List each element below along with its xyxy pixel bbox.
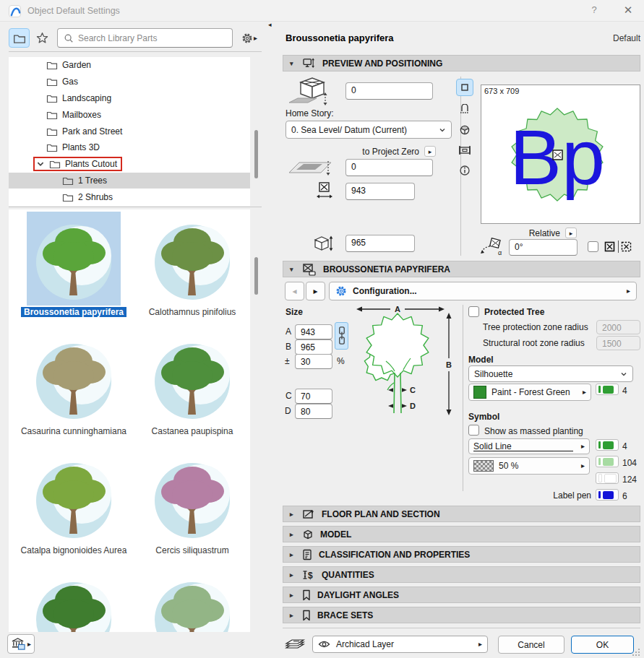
label-pen-chip[interactable] [596,489,619,501]
section-object-parameters[interactable]: ▾ BROUSSONETIA PAPYRIFERA [283,261,640,277]
relative-label: Relative [506,228,560,238]
preview-mode-2d-symbol-button[interactable] [456,79,473,96]
library-part-catalpa-bignonioides-aurea[interactable]: Catalpa bignonioides Aurea [14,450,133,569]
model-type-dropdown[interactable]: Silhouette [468,365,633,382]
to-project-zero-flyout-button[interactable]: ▸ [424,146,436,157]
object-preview-canvas[interactable]: 673 x 709 Bp [481,85,640,224]
folder-icon [62,192,74,202]
library-part-calothamnus-pinifolius[interactable]: Calothamnus pinifolius [133,212,250,331]
preview-mode-section-button[interactable] [456,101,473,118]
section-model[interactable]: ▸ MODEL [283,526,640,542]
title-bar: Object Default Settings ? ✕ [0,0,644,22]
object-width-field[interactable]: 943 [345,183,415,200]
protection-zone-field: 2000 [596,320,640,334]
section-brace-sets[interactable]: ▸ BRACE SETS [283,607,640,623]
flyout-arrow-icon: ▸ [254,35,257,42]
object-height-field[interactable]: 965 [345,235,415,252]
library-part-broussonetia-papyrifera[interactable]: Broussonetia papyrifera [14,212,133,331]
massed-planting-checkbox[interactable] [468,425,479,436]
size-b-label: B [285,342,291,352]
bookmark-icon [302,610,311,621]
flyout-arrow-icon: ▸ [583,389,586,396]
preview-info-button[interactable] [456,162,473,179]
tree-item-plants-3d[interactable]: Plants 3D [9,139,250,156]
layer-dropdown[interactable]: Archicad Layer ▸ [312,636,488,653]
section-quantities[interactable]: ▸ QUANTITIES [283,566,640,583]
section-floor-plan-and-section[interactable]: ▸ FLOOR PLAN AND SECTION [283,506,640,522]
preview-mode-elevation-button[interactable] [456,142,473,159]
fill-pen-chip[interactable] [596,456,619,467]
flyout-arrow-icon: ▸ [581,443,585,450]
search-icon [64,33,74,43]
story-offset-field[interactable]: 0 [345,159,433,176]
single-placement-icon[interactable] [604,241,615,252]
folder-icon [13,33,26,44]
library-part-partial-1[interactable] [14,569,133,632]
model-group-label: Model [468,355,494,365]
preview-positioning-icon [302,58,316,69]
library-folder-tree: Garden Gas Landscaping Mailboxes Park an… [9,57,250,206]
tree-item-garden[interactable]: Garden [9,57,250,74]
library-manager-button[interactable]: ▸ [7,634,35,654]
tree-thumbnail-image [27,569,121,632]
previous-page-button[interactable]: ◂ [285,282,304,300]
root-zone-field: 1500 [596,336,640,350]
tree-item-2-shrubs[interactable]: 2 Shrubs [9,189,250,205]
grid-scrollbar[interactable] [254,257,258,295]
ok-button[interactable]: OK [571,636,634,654]
symbol-linetype-button[interactable]: Solid Line ▸ [468,438,590,454]
object-parameters-icon [302,263,317,276]
help-button[interactable]: ? [585,4,603,17]
fill-background-pen-chip[interactable] [596,472,619,484]
search-input[interactable]: Search Library Parts [57,28,233,48]
library-part-castanea-paupispina[interactable]: Castanea paupispina [133,331,250,450]
multi-placement-icon[interactable] [621,241,632,252]
section-classification-and-properties[interactable]: ▸ CLASSIFICATION AND PROPERTIES [283,546,640,563]
size-c-field[interactable]: 70 [295,389,332,404]
chevron-down-icon[interactable] [36,160,45,168]
size-b-field[interactable]: 965 [295,339,332,355]
object-default-settings-dialog: Object Default Settings ? ✕ Search Libra… [0,0,644,658]
collapse-left-panel-arrow[interactable]: ◂ [268,22,272,28]
symbol-line-pen-chip[interactable] [596,439,619,451]
section-daylight-angles[interactable]: ▸ DAYLIGHT ANGLES [283,586,640,603]
tree-item-park-and-street[interactable]: Park and Street [9,123,250,139]
library-building-icon [11,637,26,651]
relative-flyout-button[interactable]: ▸ [565,228,577,238]
settings-menu-button[interactable]: ▸ [237,28,262,48]
rotation-angle-field[interactable]: 0° [509,239,578,256]
tree-item-plants-cutout[interactable]: Plants Cutout [9,156,250,173]
mirror-checkbox[interactable] [588,241,598,252]
size-d-field[interactable]: 80 [295,404,332,419]
configuration-button[interactable]: Configuration... ▸ [329,282,637,300]
size-variation-pm: ± [285,356,290,366]
library-part-cercis-siliquastrum[interactable]: Cercis siliquastrum [133,450,250,569]
folder-view-button[interactable] [9,28,30,48]
home-story-dropdown[interactable]: 0. Sea Level/ Datum (Current) [285,121,452,139]
tree-item-landscaping[interactable]: Landscaping [9,90,250,107]
preview-mode-3d-button[interactable] [456,121,473,139]
tree-item-1-trees[interactable]: 1 Trees [9,173,250,189]
model-surface-button[interactable]: Paint - Forest Green ▸ [468,384,591,401]
link-ab-button[interactable] [335,322,348,350]
library-part-partial-2[interactable] [133,569,250,632]
favorites-button[interactable] [32,28,53,48]
svg-text:C: C [410,386,416,394]
protected-tree-checkbox[interactable] [468,306,479,317]
library-part-casaurina-cunninghamiana[interactable]: Casaurina cunninghamiana [14,331,133,450]
elevation-field[interactable]: 0 [345,82,433,100]
default-status-label: Default [535,33,640,43]
size-a-field[interactable]: 943 [295,324,332,339]
tree-scrollbar[interactable] [254,130,258,178]
section-preview-and-positioning[interactable]: ▾ PREVIEW AND POSITIONING [283,55,640,72]
resize-grip[interactable] [632,648,640,657]
next-page-button[interactable]: ▸ [306,282,325,300]
cancel-button[interactable]: Cancel [498,636,564,654]
symbol-fill-button[interactable]: 50 % ▸ [468,457,590,475]
size-variation-field[interactable]: 30 [295,354,332,369]
close-button[interactable]: ✕ [619,4,637,18]
svg-text:A: A [395,305,400,313]
tree-item-gas[interactable]: Gas [9,74,250,90]
model-pen-chip[interactable] [596,384,619,395]
tree-item-mailboxes[interactable]: Mailboxes [9,106,250,123]
